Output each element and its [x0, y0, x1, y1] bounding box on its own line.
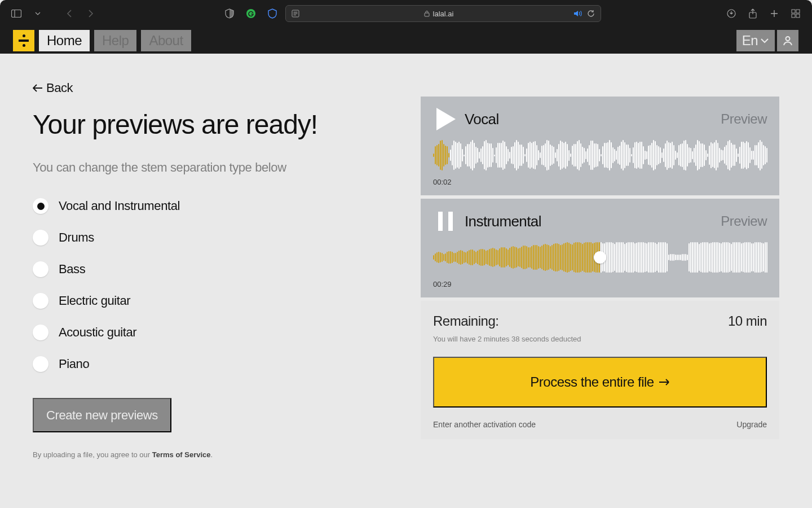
remaining-value: 10 min — [728, 313, 767, 329]
enter-code-link[interactable]: Enter another activation code — [433, 420, 536, 429]
track-name: Instrumental — [465, 213, 541, 230]
svg-rect-15 — [438, 212, 443, 231]
site-navbar: Home Help About En — [0, 27, 812, 54]
tab-overview-icon[interactable] — [787, 5, 804, 22]
reload-icon[interactable] — [587, 10, 595, 17]
svg-rect-0 — [12, 10, 21, 17]
radio-label: Drums — [59, 230, 94, 245]
page-title: Your previews are ready! — [33, 110, 398, 140]
svg-rect-16 — [448, 212, 453, 231]
playhead[interactable] — [594, 251, 606, 264]
radio-piano[interactable]: Piano — [33, 356, 398, 372]
terms-link[interactable]: Terms of Service — [152, 450, 211, 459]
svg-rect-10 — [792, 10, 795, 13]
privacy-report-icon[interactable] — [221, 5, 238, 22]
radio-label: Piano — [59, 357, 89, 371]
waveform-instrumental[interactable] — [433, 242, 767, 273]
terms-notice: By uploading a file, you agree to our Te… — [33, 450, 398, 459]
new-tab-icon[interactable] — [766, 5, 783, 22]
audio-icon[interactable] — [573, 10, 582, 17]
nav-about[interactable]: About — [141, 30, 191, 51]
radio-label: Bass — [59, 262, 85, 277]
extension-grammarly-icon[interactable] — [242, 5, 259, 22]
remaining-label: Remaining: — [433, 313, 498, 329]
extension-shield-icon[interactable] — [264, 5, 281, 22]
deduct-note: You will have 2 minutes 38 seconds deduc… — [433, 335, 767, 343]
chevron-down-icon — [760, 38, 769, 43]
upgrade-link[interactable]: Upgrade — [736, 420, 767, 429]
timestamp-vocal: 00:02 — [433, 178, 767, 186]
nav-home[interactable]: Home — [39, 30, 90, 51]
arrow-left-icon — [33, 84, 43, 92]
waveform-vocal[interactable] — [433, 139, 767, 171]
nav-forward-icon — [82, 5, 99, 22]
svg-rect-7 — [425, 13, 429, 16]
preview-label: Preview — [721, 111, 767, 127]
user-icon — [782, 34, 794, 47]
track-name: Vocal — [465, 111, 499, 128]
radio-label: Vocal and Instrumental — [59, 199, 180, 213]
nav-help[interactable]: Help — [94, 30, 136, 51]
radio-electric-guitar[interactable]: Electric guitar — [33, 293, 398, 309]
browser-toolbar: lalal.ai — [0, 0, 812, 27]
play-button-vocal[interactable] — [433, 107, 458, 132]
radio-label: Electric guitar — [59, 294, 130, 308]
radio-label: Acoustic guitar — [59, 325, 136, 340]
svg-rect-13 — [796, 14, 800, 17]
url-bar[interactable]: lalal.ai — [285, 5, 601, 22]
radio-drums[interactable]: Drums — [33, 230, 398, 246]
back-label: Back — [46, 81, 73, 95]
reader-mode-icon[interactable] — [292, 10, 299, 17]
preview-card-vocal: Vocal Preview 00:02 — [421, 97, 779, 195]
process-file-button[interactable]: Process the entire file — [433, 357, 767, 408]
svg-rect-11 — [796, 10, 800, 13]
stem-type-radio-group: Vocal and Instrumental Drums Bass Electr… — [33, 198, 398, 372]
radio-bass[interactable]: Bass — [33, 261, 398, 277]
play-icon — [434, 107, 457, 132]
account-button[interactable] — [777, 30, 798, 51]
radio-vocal-instrumental[interactable]: Vocal and Instrumental — [33, 198, 398, 214]
preview-label: Preview — [721, 213, 767, 229]
svg-rect-12 — [792, 14, 795, 17]
site-logo[interactable] — [13, 30, 34, 51]
svg-point-2 — [246, 9, 255, 18]
pause-button-instrumental[interactable] — [433, 209, 458, 234]
pause-icon — [437, 211, 454, 232]
timestamp-instrumental: 00:29 — [433, 280, 767, 288]
language-selector[interactable]: En — [736, 30, 775, 51]
language-label: En — [742, 33, 758, 49]
svg-point-14 — [786, 37, 790, 41]
nav-back-icon — [61, 5, 78, 22]
url-text: lalal.ai — [433, 10, 454, 18]
tab-dropdown-icon[interactable] — [29, 5, 46, 22]
arrow-right-icon — [659, 378, 670, 386]
preview-card-instrumental: Instrumental Preview 00:29 — [421, 199, 779, 297]
downloads-icon[interactable] — [723, 5, 740, 22]
create-previews-button[interactable]: Create new previews — [33, 398, 171, 432]
lock-icon — [424, 10, 430, 17]
radio-acoustic-guitar[interactable]: Acoustic guitar — [33, 325, 398, 340]
process-button-label: Process the entire file — [530, 374, 654, 390]
back-link[interactable]: Back — [33, 81, 398, 95]
sidebar-toggle-icon[interactable] — [8, 5, 25, 22]
remaining-panel: Remaining: 10 min You will have 2 minute… — [421, 301, 779, 439]
page-subtitle: You can change the stem separation type … — [33, 159, 292, 176]
share-icon[interactable] — [744, 5, 761, 22]
